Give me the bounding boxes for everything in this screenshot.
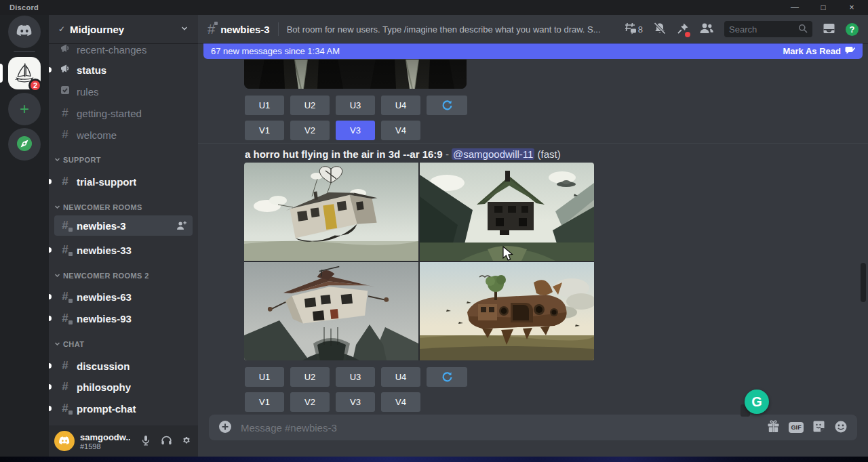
grid-image-4[interactable]	[420, 262, 594, 360]
chevron-down-icon	[180, 24, 189, 35]
hash-icon: #	[60, 175, 71, 188]
sidebar-item-newbies-3[interactable]: # newbies-3	[54, 215, 193, 236]
v3-button-selected[interactable]: V3	[336, 121, 375, 140]
u1-button[interactable]: U1	[245, 96, 284, 115]
close-button[interactable]: ×	[845, 0, 859, 15]
members-icon	[699, 22, 714, 36]
help-button[interactable]: ?	[846, 23, 859, 36]
search-box[interactable]	[724, 21, 812, 37]
add-server-button[interactable]: +	[8, 93, 41, 125]
rules-checkbox-icon	[60, 85, 71, 98]
current-upscale-row: U1 U2 U3 U4	[245, 367, 467, 387]
minimize-button[interactable]: —	[788, 0, 802, 15]
gift-button[interactable]	[767, 420, 780, 435]
header-divider	[278, 22, 279, 36]
reroll-button[interactable]	[427, 96, 467, 115]
sidebar-item-trial-support[interactable]: # trial-support	[54, 171, 193, 192]
compass-icon	[16, 135, 33, 154]
v3-button[interactable]: V3	[336, 392, 375, 412]
u2-button[interactable]: U2	[290, 367, 330, 387]
unread-pill	[49, 179, 52, 184]
grid-image-1[interactable]	[244, 163, 418, 261]
sidebar-item-newbies-93[interactable]: # newbies-93	[54, 308, 193, 329]
v1-button[interactable]: V1	[245, 392, 284, 412]
message-divider	[198, 143, 868, 144]
plus-circle-icon	[218, 420, 232, 436]
unread-pill	[49, 384, 52, 390]
sidebar-item-discussion[interactable]: # discussion	[54, 356, 193, 376]
server-rail: 2 +	[0, 15, 49, 457]
sidebar-item-getting-started[interactable]: # getting-started	[54, 103, 193, 123]
grid-image-3[interactable]	[244, 262, 418, 360]
sidebar-item-status[interactable]: status	[54, 60, 193, 80]
v4-button[interactable]: V4	[381, 392, 420, 412]
attach-file-button[interactable]	[218, 420, 232, 436]
avatar[interactable]	[54, 431, 75, 451]
hash-badge-icon: #	[60, 402, 71, 415]
server-name: Midjourney	[70, 24, 176, 35]
user-info[interactable]: samgoodw... #1598	[80, 432, 130, 450]
inbox-button[interactable]	[823, 22, 835, 37]
create-invite-icon[interactable]	[176, 221, 187, 230]
u1-button[interactable]: U1	[245, 367, 284, 387]
notifications-muted-button[interactable]	[653, 22, 667, 37]
threads-button[interactable]: 8	[623, 22, 643, 37]
discord-window: Discord — □ × 2	[0, 0, 868, 462]
previous-generation-image[interactable]	[244, 60, 467, 89]
sidebar-item-prompt-chat[interactable]: # prompt-chat	[54, 398, 193, 419]
gear-icon	[181, 435, 192, 448]
v1-button[interactable]: V1	[245, 121, 284, 140]
mark-as-read-icon	[845, 46, 855, 56]
category-support[interactable]: SUPPORT	[54, 154, 195, 165]
gif-picker-button[interactable]: GIF	[789, 422, 804, 433]
maximize-button[interactable]: □	[816, 0, 830, 15]
user-discriminator: #1598	[80, 442, 130, 450]
server-header[interactable]: ✓ Midjourney	[49, 15, 198, 43]
chevron-down-icon	[54, 272, 60, 280]
category-newcomer-rooms[interactable]: NEWCOMER ROOMS	[54, 202, 195, 213]
u4-button[interactable]: U4	[381, 96, 420, 115]
emoji-picker-button[interactable]	[834, 420, 848, 436]
search-input[interactable]	[729, 24, 798, 35]
sidebar-item-rules[interactable]: rules	[54, 81, 193, 102]
sidebar-item-welcome[interactable]: # welcome	[54, 125, 193, 145]
home-button[interactable]	[8, 16, 41, 48]
u4-button[interactable]: U4	[381, 367, 420, 387]
explore-servers-button[interactable]	[8, 128, 41, 161]
mute-microphone-button[interactable]	[136, 431, 156, 451]
v2-button[interactable]: V2	[290, 392, 330, 412]
new-messages-banner[interactable]: 67 new messages since 1:34 AM Mark As Re…	[203, 43, 863, 59]
message-input[interactable]	[241, 422, 758, 434]
category-chat[interactable]: CHAT	[54, 339, 195, 350]
generated-image-grid[interactable]	[244, 163, 594, 360]
category-newcomer-rooms-2[interactable]: NEWCOMER ROOMS 2	[54, 270, 195, 281]
reroll-button[interactable]	[427, 367, 467, 387]
u3-button[interactable]: U3	[336, 367, 375, 387]
megaphone-icon	[60, 63, 71, 77]
sticker-picker-button[interactable]	[812, 420, 825, 435]
mark-as-read-button[interactable]: Mark As Read	[783, 46, 856, 56]
user-mention[interactable]: @samgoodwill-11	[452, 148, 534, 160]
u3-button[interactable]: U3	[336, 96, 375, 115]
sidebar-item-philosophy[interactable]: # philosophy	[54, 377, 193, 397]
user-settings-button[interactable]	[176, 431, 197, 451]
user-panel-actions	[136, 431, 197, 451]
deafen-button[interactable]	[156, 431, 176, 451]
member-list-button[interactable]	[699, 22, 714, 36]
v2-button[interactable]: V2	[290, 121, 330, 140]
grid-image-2[interactable]	[420, 163, 594, 261]
headphones-icon	[161, 435, 172, 448]
channel-name: newbies-3	[220, 24, 270, 35]
channel-topic[interactable]: Bot room for new users. Type /imagine th…	[287, 24, 614, 35]
chat-scrollbar-thumb[interactable]	[861, 263, 866, 302]
prompt-text: a horro hut flying in the air in 3d --ar…	[245, 148, 443, 160]
sidebar-item-newbies-63[interactable]: # newbies-63	[54, 287, 193, 307]
u2-button[interactable]: U2	[290, 96, 330, 115]
generation-mode: (fast)	[538, 148, 561, 160]
hash-badge-icon: #	[60, 243, 71, 257]
sidebar-item-newbies-33[interactable]: # newbies-33	[54, 240, 193, 260]
grammarly-widget[interactable]: G	[743, 388, 770, 415]
title-bar: Discord — □ ×	[0, 0, 868, 15]
v4-button[interactable]: V4	[381, 121, 420, 140]
pinned-messages-button[interactable]	[677, 22, 689, 37]
